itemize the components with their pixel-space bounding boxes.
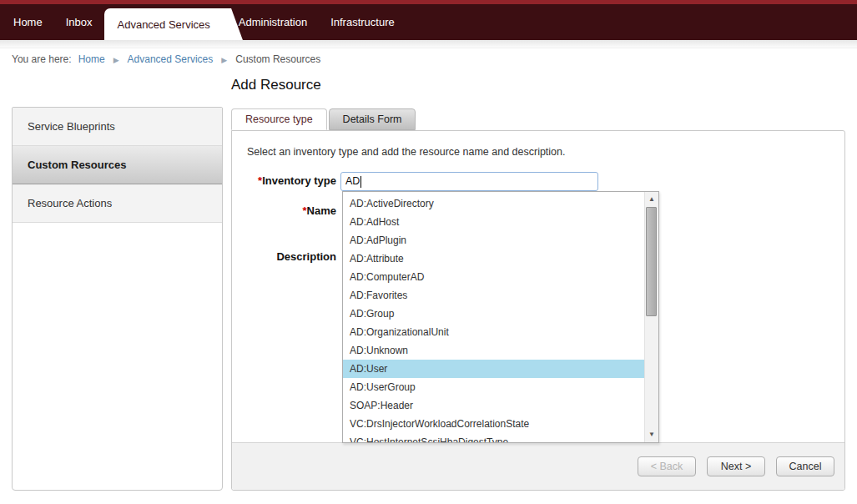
breadcrumb-separator-icon <box>113 53 119 65</box>
dropdown-option-ad-computerad[interactable]: AD:ComputerAD <box>343 268 644 286</box>
breadcrumb-item-custom-resources: Custom Resources <box>235 53 320 65</box>
nav-tab-infrastructure[interactable]: Infrastructure <box>319 4 406 40</box>
breadcrumb: You are here: Home Advanced Services Cus… <box>12 53 320 65</box>
top-navigation: Home Inbox Advanced Services Administrat… <box>0 0 857 40</box>
content-tab-resource-type[interactable]: Resource type <box>231 108 327 130</box>
dropdown-option-ad-favorites[interactable]: AD:Favorites <box>343 286 644 305</box>
content-tab-details-form[interactable]: Details Form <box>329 108 416 130</box>
dropdown-option-ad-user[interactable]: AD:User <box>343 360 644 378</box>
sidebar-item-custom-resources[interactable]: Custom Resources <box>13 146 222 184</box>
form-instruction: Select an inventory type and add the res… <box>247 146 566 158</box>
dropdown-scrollbar[interactable]: ▲ ▼ <box>644 192 658 442</box>
next-button[interactable]: Next > <box>707 456 765 476</box>
scroll-up-icon[interactable]: ▲ <box>645 193 658 206</box>
dropdown-option-ad-activedirectory[interactable]: AD:ActiveDirectory <box>343 194 644 213</box>
sidebar-item-resource-actions[interactable]: Resource Actions <box>13 184 222 223</box>
name-label: *Name <box>231 202 336 220</box>
dropdown-option-ad-adplugin[interactable]: AD:AdPlugin <box>343 231 644 249</box>
sidebar-item-service-blueprints[interactable]: Service Blueprints <box>13 108 222 146</box>
inventory-type-input[interactable]: AD <box>340 172 598 191</box>
dropdown-option-ad-group[interactable]: AD:Group <box>343 305 644 323</box>
nav-tab-advanced-services[interactable]: Advanced Services <box>104 8 227 40</box>
description-label: Description <box>231 248 336 266</box>
nav-bottom-strip <box>0 40 857 48</box>
inventory-type-input-value: AD <box>345 173 360 190</box>
breadcrumb-separator-icon <box>221 53 227 65</box>
sidebar: Service Blueprints Custom Resources Reso… <box>12 107 223 491</box>
dropdown-option-ad-adhost[interactable]: AD:AdHost <box>343 213 644 231</box>
back-button[interactable]: < Back <box>638 456 696 476</box>
dropdown-option-ad-unknown[interactable]: AD:Unknown <box>343 341 644 360</box>
breadcrumb-item-home[interactable]: Home <box>78 53 128 65</box>
breadcrumb-prefix: You are here: <box>12 53 72 65</box>
page-title: Add Resource <box>231 77 321 93</box>
inventory-type-dropdown: AD:ActiveDirectory AD:AdHost AD:AdPlugin… <box>342 191 659 443</box>
content-tabs: Resource type Details Form <box>231 108 845 130</box>
breadcrumb-item-advanced-services[interactable]: Advanced Services <box>128 53 236 65</box>
dropdown-option-vc-hostinternetscsihbadigesttype[interactable]: VC:HostInternetScsiHbaDigestType <box>343 433 644 442</box>
dropdown-option-soap-header[interactable]: SOAP:Header <box>343 396 644 415</box>
cancel-button[interactable]: Cancel <box>776 456 834 476</box>
nav-tab-home[interactable]: Home <box>2 4 54 40</box>
dropdown-option-vc-drsinjectorworkloadcorrelationstate[interactable]: VC:DrsInjectorWorkloadCorrelationState <box>343 415 644 433</box>
dropdown-options: AD:ActiveDirectory AD:AdHost AD:AdPlugin… <box>343 192 644 442</box>
main-panel: Resource type Details Form < Back Next >… <box>231 108 845 491</box>
inventory-type-label: *Inventory type <box>231 172 336 190</box>
dropdown-option-ad-attribute[interactable]: AD:Attribute <box>343 249 644 268</box>
nav-tab-administration[interactable]: Administration <box>227 4 319 40</box>
nav-tab-inbox[interactable]: Inbox <box>54 4 104 40</box>
dropdown-option-ad-usergroup[interactable]: AD:UserGroup <box>343 378 644 396</box>
breadcrumb-trail: Home Advanced Services Custom Resources <box>78 53 321 65</box>
wizard-footer: < Back Next > Cancel <box>232 442 844 490</box>
dropdown-option-ad-organizationalunit[interactable]: AD:OrganizationalUnit <box>343 323 644 341</box>
application-window: Home Inbox Advanced Services Administrat… <box>0 0 857 504</box>
text-caret-icon <box>360 176 361 188</box>
scroll-down-icon[interactable]: ▼ <box>645 428 658 441</box>
scrollbar-thumb[interactable] <box>646 207 657 316</box>
